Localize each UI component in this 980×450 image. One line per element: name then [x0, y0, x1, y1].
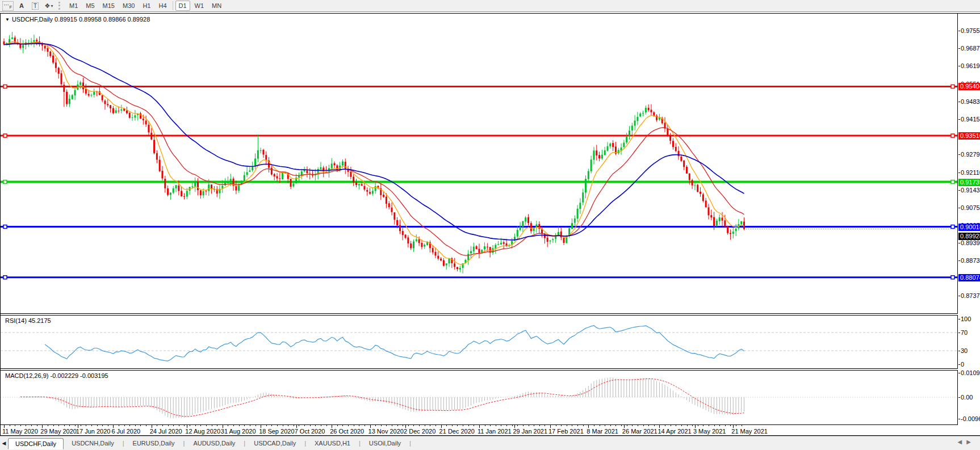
- minor-date-tick: [108, 425, 108, 426]
- top-toolbar: ⋯F A T ❖▾ M1M5M15M30H1H4D1W1MN: [0, 0, 980, 12]
- toolbar-grip[interactable]: [58, 2, 62, 10]
- minor-date-tick: [190, 425, 190, 426]
- minor-date-tick: [348, 425, 349, 426]
- minor-date-tick: [217, 425, 217, 426]
- minor-date-tick: [687, 425, 688, 426]
- minor-date-tick: [681, 425, 682, 426]
- minor-date-tick: [430, 425, 430, 426]
- minor-date-tick: [577, 425, 578, 426]
- minor-date-tick: [610, 425, 611, 426]
- rsi-tick-label: 100: [961, 316, 971, 322]
- rsi-tick-label: 30: [961, 347, 968, 354]
- macd-pane[interactable]: MACD(12,26,9) -0.002229 -0.003195: [1, 371, 958, 424]
- minor-date-tick: [179, 425, 179, 426]
- minor-date-tick: [10, 425, 10, 426]
- axis-tick: [958, 173, 960, 173]
- date-label: 21 May 2021: [731, 428, 768, 435]
- chart-title: ▼USDCHF,Daily 0.89915 0.89958 0.89866 0.…: [5, 16, 150, 23]
- rsi-tick-label: 0: [961, 361, 964, 368]
- minor-date-tick: [730, 425, 731, 426]
- date-label: 24 Jul 2020: [150, 428, 182, 435]
- minor-date-tick: [435, 425, 436, 426]
- price-tick-label: 0.88730: [961, 257, 980, 264]
- axis-tick: [958, 66, 960, 66]
- tab-eurusd-daily[interactable]: EURUSD,Daily: [125, 438, 183, 448]
- minor-date-tick: [195, 425, 196, 426]
- axis-tick: [958, 243, 960, 243]
- tab-usdcnh-daily[interactable]: USDCNH,Daily: [64, 438, 122, 448]
- price-tick-label: 0.97550: [961, 27, 980, 34]
- minor-date-tick: [583, 425, 584, 426]
- tab-nav-arrows[interactable]: ◀▶: [958, 439, 975, 445]
- minor-date-tick: [250, 425, 250, 426]
- minor-date-tick: [233, 425, 234, 426]
- minor-date-tick: [304, 425, 305, 426]
- letter-a-tool-icon[interactable]: A: [15, 1, 28, 11]
- minor-date-tick: [419, 425, 420, 426]
- timeframe-button-mn[interactable]: MN: [208, 1, 225, 11]
- rsi-tick-label: 70: [961, 329, 968, 336]
- dotted-grid-f-icon[interactable]: ⋯F: [2, 1, 14, 11]
- price-tick-label: 0.92790: [961, 151, 980, 158]
- symbol-dropdown-icon[interactable]: ▼: [5, 17, 10, 22]
- minor-date-tick: [457, 425, 458, 426]
- date-label: 6 Jul 2020: [111, 428, 140, 435]
- minor-date-tick: [446, 425, 447, 426]
- minor-date-tick: [392, 425, 392, 426]
- tab-usdcad-daily[interactable]: USDCAD,Daily: [246, 438, 304, 448]
- tab-xauusd-h1[interactable]: XAUUSD,H1: [307, 438, 358, 448]
- minor-date-tick: [381, 425, 382, 426]
- dropdown-caret-icon[interactable]: ▾: [51, 3, 53, 9]
- minor-date-tick: [299, 425, 299, 426]
- timeframe-button-h1[interactable]: H1: [139, 1, 154, 11]
- price-tick-label: 0.96190: [961, 62, 980, 69]
- minor-date-tick: [496, 425, 496, 426]
- price-tick-label: 0.91430: [961, 187, 980, 194]
- macd-tick-label: -0.009653: [961, 415, 980, 422]
- minor-date-tick: [605, 425, 605, 426]
- line-price-label: 0.95404: [958, 83, 980, 90]
- minor-date-tick: [539, 425, 540, 426]
- minor-date-tick: [97, 425, 98, 426]
- timeframe-button-m5[interactable]: M5: [82, 1, 98, 11]
- minor-date-tick: [173, 425, 174, 426]
- text-tool-icon[interactable]: T: [29, 1, 41, 11]
- tab-scroll-left-icon[interactable]: ◀: [0, 440, 8, 446]
- minor-date-tick: [676, 425, 676, 426]
- minor-date-tick: [124, 425, 125, 426]
- rsi-pane[interactable]: RSI(14) 45.2175: [1, 316, 958, 368]
- date-label: 11 May 2020: [2, 428, 38, 435]
- tab-audusd-daily[interactable]: AUDUSD,Daily: [185, 438, 243, 448]
- minor-date-tick: [212, 425, 212, 426]
- minor-date-tick: [310, 425, 311, 426]
- timeframe-button-m15[interactable]: M15: [99, 1, 118, 11]
- arrows-tool-icon[interactable]: ❖▾: [43, 1, 55, 11]
- chart-tab-bar: ◀ USDCHF,DailyUSDCNH,Daily|EURUSD,Daily|…: [0, 436, 980, 450]
- minor-date-tick: [545, 425, 545, 426]
- tab-usoil-daily[interactable]: USOil,Daily: [361, 438, 409, 448]
- minor-date-tick: [342, 425, 343, 426]
- line-price-label: 0.91739: [958, 179, 980, 186]
- date-axis[interactable]: 11 May 202029 May 202017 Jun 20206 Jul 2…: [1, 424, 958, 435]
- minor-date-tick: [228, 425, 228, 426]
- price-tick-label: 0.92110: [961, 169, 980, 176]
- price-tick-label: 0.94830: [961, 98, 980, 105]
- timeframe-button-m30[interactable]: M30: [119, 1, 138, 11]
- minor-date-tick: [337, 425, 338, 426]
- main-chart-pane[interactable]: ▼USDCHF,Daily 0.89915 0.89958 0.89866 0.…: [1, 14, 958, 313]
- timeframe-button-h4[interactable]: H4: [155, 1, 170, 11]
- date-label: 2 Dec 2020: [404, 428, 435, 435]
- minor-date-tick: [69, 425, 70, 426]
- axis-tick: [958, 208, 960, 208]
- axis-tick: [958, 119, 960, 120]
- minor-date-tick: [53, 425, 54, 426]
- timeframe-button-w1[interactable]: W1: [191, 1, 208, 11]
- timeframe-button-d1[interactable]: D1: [175, 1, 190, 11]
- price-axis[interactable]: 0.975500.968700.961900.955100.948300.941…: [958, 14, 980, 435]
- axis-tick: [958, 48, 960, 49]
- minor-date-tick: [397, 425, 398, 426]
- minor-date-tick: [184, 425, 185, 426]
- date-label: 11 Jan 2021: [478, 428, 512, 435]
- timeframe-button-m1[interactable]: M1: [66, 1, 81, 11]
- tab-usdchf-daily[interactable]: USDCHF,Daily: [8, 438, 64, 449]
